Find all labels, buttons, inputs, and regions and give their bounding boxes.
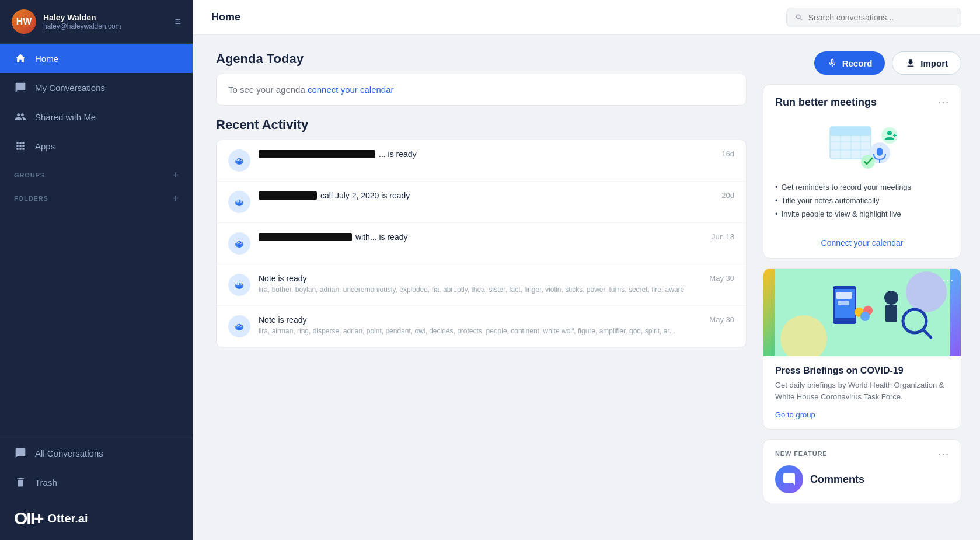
activity-item[interactable]: call July 2, 2020 is ready 20d [217, 182, 746, 223]
svg-point-6 [238, 162, 242, 164]
agenda-title: Agenda Today [216, 51, 747, 67]
left-panel: Agenda Today To see your agenda connect … [216, 51, 747, 524]
meetings-card: Run better meetings ⋯ [763, 84, 961, 259]
search-box[interactable] [786, 8, 961, 27]
sidebar-item-shared-label: Shared with Me [35, 112, 96, 122]
activity-body: ... is ready [259, 149, 713, 161]
avatar [228, 191, 250, 213]
activity-body: Note is ready lira, bother, boylan, adri… [259, 274, 701, 295]
folders-section: FOLDERS + [0, 184, 193, 207]
activity-item-title: ... is ready [259, 149, 713, 159]
record-button[interactable]: Record [814, 51, 885, 75]
svg-rect-62 [836, 292, 852, 299]
activity-body: call July 2, 2020 is ready [259, 191, 713, 202]
meeting-illustration-svg [824, 121, 900, 173]
user-email: haley@haleywalden.com [43, 22, 168, 30]
right-panel: Record Import Run better meetings ⋯ [763, 51, 961, 524]
redacted-text [259, 191, 317, 200]
svg-point-61 [860, 312, 870, 321]
new-feature-menu[interactable]: ⋯ [937, 447, 949, 461]
avatar [228, 149, 250, 172]
press-card-link[interactable]: Go to group [775, 410, 815, 419]
meetings-card-menu[interactable]: ⋯ [937, 95, 949, 109]
press-card: ⋯ [763, 268, 961, 430]
sidebar-item-my-conversations-label: My Conversations [35, 83, 105, 93]
sidebar-bottom: All Conversations Trash OII+ Otter.ai [0, 438, 193, 540]
import-icon [905, 58, 916, 68]
svg-point-27 [238, 287, 242, 288]
avatar [228, 315, 250, 337]
svg-point-26 [240, 284, 242, 285]
press-card-menu[interactable]: ⋯ [942, 273, 954, 287]
svg-point-5 [240, 159, 242, 161]
meetings-card-bullets: Get reminders to record your meetings Ti… [763, 183, 961, 232]
sidebar: HW Haley Walden haley@haleywalden.com ≡ … [0, 0, 193, 540]
sidebar-item-all-conversations[interactable]: All Conversations [0, 438, 193, 468]
svg-point-13 [238, 204, 242, 205]
activity-body: Note is ready lira, airman, ring, disper… [259, 315, 701, 336]
sidebar-item-shared-with-me[interactable]: Shared with Me [0, 102, 193, 131]
groups-section: GROUPS + [0, 161, 193, 184]
sidebar-item-trash[interactable]: Trash [0, 468, 193, 497]
activity-item[interactable]: ... is ready 16d [217, 140, 746, 182]
shared-icon [14, 110, 27, 123]
activity-list: ... is ready 16d call [216, 140, 747, 347]
activity-item-title: Note is ready [259, 274, 701, 283]
avatar: HW [12, 9, 36, 34]
avatar [228, 274, 250, 296]
sidebar-item-my-conversations[interactable]: My Conversations [0, 73, 193, 102]
activity-item-title: Note is ready [259, 315, 701, 325]
redacted-text [259, 150, 375, 158]
all-conversations-label: All Conversations [35, 448, 103, 458]
svg-rect-63 [838, 301, 849, 305]
redacted-text [259, 233, 352, 241]
avatar [228, 232, 250, 255]
activity-time: Jun 18 [712, 232, 734, 241]
activity-subtitle: lira, bother, boylan, adrian, unceremoni… [259, 285, 701, 295]
connect-calendar-link[interactable]: connect your calendar [308, 85, 394, 95]
sidebar-header: HW Haley Walden haley@haleywalden.com ≡ [0, 0, 193, 44]
svg-point-34 [238, 328, 242, 330]
agenda-box: To see your agenda connect your calendar [216, 74, 747, 106]
add-group-button[interactable]: + [172, 170, 179, 180]
groups-label: GROUPS [14, 172, 45, 179]
svg-point-52 [906, 271, 947, 312]
press-image: ⋯ [763, 269, 961, 356]
connect-calendar-card-link[interactable]: Connect your calendar [763, 232, 961, 258]
trash-label: Trash [35, 478, 57, 487]
activity-item[interactable]: with... is ready Jun 18 [217, 223, 746, 264]
activity-item[interactable]: Note is ready lira, airman, ring, disper… [217, 306, 746, 347]
activity-time: May 30 [709, 274, 734, 283]
add-folder-button[interactable]: + [172, 193, 179, 204]
svg-point-20 [238, 245, 242, 247]
activity-time: May 30 [709, 315, 734, 324]
activity-item[interactable]: Note is ready lira, bother, boylan, adri… [217, 264, 746, 306]
microphone-icon [827, 58, 838, 68]
activity-section: Recent Activity ... is ready [216, 117, 747, 347]
bullet-item: Get reminders to record your meetings [775, 183, 949, 191]
folders-label: FOLDERS [14, 195, 48, 202]
otter-logo-text: Otter.ai [48, 512, 88, 525]
activity-time: 20d [721, 191, 734, 200]
import-label: Import [920, 58, 948, 68]
bullet-item: Invite people to view & highlight live [775, 210, 949, 218]
svg-rect-56 [885, 305, 897, 322]
new-feature-card: NEW FEATURE ⋯ Comments [763, 439, 961, 503]
import-button[interactable]: Import [892, 51, 961, 75]
conversations-icon [14, 81, 27, 94]
sidebar-item-home[interactable]: Home [0, 44, 193, 73]
menu-icon[interactable]: ≡ [175, 16, 181, 28]
activity-item-title: with... is ready [259, 232, 703, 242]
new-feature-label: NEW FEATURE [775, 450, 828, 457]
sidebar-item-apps[interactable]: Apps [0, 131, 193, 161]
svg-point-33 [240, 325, 242, 326]
svg-point-12 [240, 201, 242, 202]
bullet-item: Title your notes automatically [775, 196, 949, 205]
meeting-illustration [763, 115, 961, 183]
user-name: Haley Walden [43, 13, 168, 22]
trash-icon [14, 476, 27, 489]
action-buttons: Record Import [763, 51, 961, 75]
search-input[interactable] [808, 13, 953, 22]
press-illustration [775, 269, 950, 356]
svg-rect-36 [830, 127, 871, 136]
